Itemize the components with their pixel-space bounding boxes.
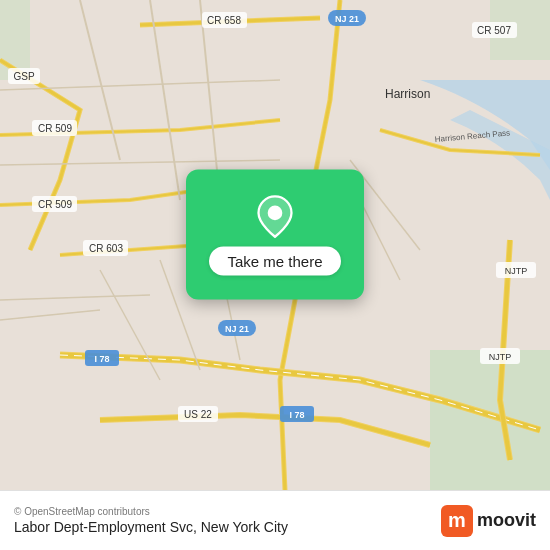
copyright-text: © OpenStreetMap contributors (14, 506, 288, 517)
svg-text:CR 507: CR 507 (477, 25, 511, 36)
svg-text:US 22: US 22 (184, 409, 212, 420)
bottom-bar: © OpenStreetMap contributors Labor Dept-… (0, 490, 550, 550)
svg-text:CR 509: CR 509 (38, 123, 72, 134)
location-pin-icon (255, 194, 295, 238)
svg-text:CR 509: CR 509 (38, 199, 72, 210)
moovit-text: moovit (477, 510, 536, 531)
location-card[interactable]: Take me there (186, 170, 364, 300)
svg-text:NJTP: NJTP (489, 352, 512, 362)
svg-text:NJTP: NJTP (505, 266, 528, 276)
map-container: CR 658 NJ 21 CR 507 GSP CR 509 Harrison … (0, 0, 550, 490)
moovit-logo: m moovit (441, 505, 536, 537)
svg-text:GSP: GSP (13, 71, 34, 82)
svg-text:Harrison: Harrison (385, 87, 430, 101)
svg-text:I 78: I 78 (289, 410, 304, 420)
bottom-left-info: © OpenStreetMap contributors Labor Dept-… (14, 506, 288, 535)
svg-text:CR 658: CR 658 (207, 15, 241, 26)
location-name: Labor Dept-Employment Svc, New York City (14, 519, 288, 535)
take-me-there-button[interactable]: Take me there (209, 246, 340, 275)
svg-text:I 78: I 78 (94, 354, 109, 364)
svg-rect-1 (430, 350, 550, 490)
svg-text:CR 603: CR 603 (89, 243, 123, 254)
moovit-m-icon: m (441, 505, 473, 537)
svg-text:NJ 21: NJ 21 (335, 14, 359, 24)
svg-text:NJ 21: NJ 21 (225, 324, 249, 334)
svg-point-46 (268, 205, 283, 220)
